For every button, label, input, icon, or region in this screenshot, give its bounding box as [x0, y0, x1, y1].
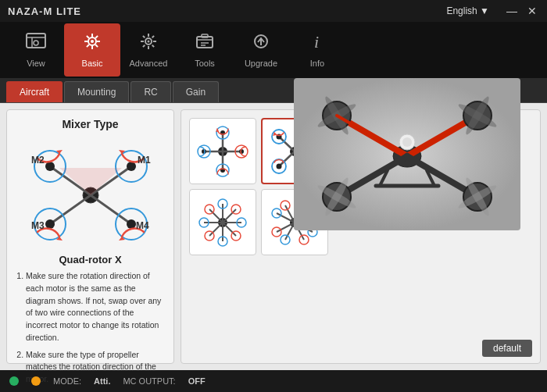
mixer-type-octo-plus[interactable]	[189, 189, 256, 255]
svg-line-125	[223, 223, 236, 236]
svg-point-5	[91, 40, 94, 43]
nav-upgrade[interactable]: Upgrade	[233, 23, 289, 77]
nav-tools[interactable]: Tools	[177, 23, 233, 77]
svg-text:M2: M2	[31, 155, 45, 166]
svg-line-123	[223, 209, 236, 223]
nav-bar: View Basic	[0, 22, 547, 78]
svg-point-43	[45, 219, 55, 229]
tab-mounting[interactable]: Mounting	[64, 81, 129, 102]
status-dot-green	[9, 376, 19, 386]
right-panel: ✓	[181, 109, 541, 364]
tools-icon	[194, 32, 216, 55]
main-content: Mixer Type	[0, 103, 547, 370]
drone-photo	[290, 76, 524, 232]
nav-upgrade-label: Upgrade	[245, 59, 277, 68]
svg-point-3	[34, 41, 38, 45]
upgrade-icon	[250, 32, 272, 55]
instructions: Make sure the rotation direction of each…	[15, 270, 166, 390]
nav-view-label: View	[27, 59, 45, 68]
svg-point-79	[277, 163, 282, 169]
basic-icon	[81, 32, 103, 55]
svg-point-42	[127, 162, 136, 171]
info-icon: i	[306, 32, 328, 55]
left-panel: Mixer Type	[6, 109, 174, 364]
advanced-icon	[138, 32, 159, 55]
close-button[interactable]: ✕	[525, 5, 539, 17]
svg-point-41	[45, 162, 55, 171]
tab-rc[interactable]: RC	[130, 81, 170, 102]
tab-aircraft[interactable]: Aircraft	[6, 81, 63, 102]
svg-text:M3: M3	[31, 220, 45, 231]
mc-output-value: OFF	[188, 376, 206, 386]
svg-line-20	[143, 36, 145, 37]
window-controls: English ▼ — ✕	[446, 5, 539, 17]
quad-label: Quad-rotor X	[15, 254, 166, 265]
instruction-1: Make sure the rotation direction of each…	[26, 270, 166, 344]
default-button[interactable]: default	[482, 340, 532, 357]
mixer-type-quad-plus[interactable]	[189, 118, 256, 184]
svg-point-15	[148, 41, 150, 43]
nav-advanced-label: Advanced	[130, 59, 168, 68]
tab-gain[interactable]: Gain	[173, 81, 219, 102]
svg-line-129	[209, 209, 223, 223]
svg-line-21	[152, 45, 154, 47]
nav-info[interactable]: i Info	[289, 23, 345, 77]
svg-line-12	[95, 36, 98, 38]
mode-label: MODE:	[53, 376, 81, 386]
svg-line-127	[209, 223, 223, 236]
minimize-button[interactable]: —	[505, 5, 519, 17]
view-icon	[25, 32, 47, 55]
language-selector[interactable]: English ▼	[446, 5, 489, 16]
mode-value: Atti.	[94, 376, 110, 386]
svg-line-23	[143, 45, 145, 47]
drone-diagram: M2 M1 M3 M4	[15, 137, 166, 254]
svg-text:M4: M4	[136, 220, 149, 231]
nav-advanced[interactable]: Advanced	[120, 23, 177, 77]
nav-view[interactable]: View	[8, 23, 64, 77]
app-title: NAZA-M LITE	[8, 5, 81, 17]
svg-rect-24	[197, 37, 213, 48]
title-bar: NAZA-M LITE English ▼ — ✕	[0, 0, 547, 22]
svg-point-174	[402, 137, 412, 147]
svg-marker-49	[59, 168, 122, 195]
nav-basic-label: Basic	[82, 59, 103, 68]
mixer-title: Mixer Type	[15, 118, 166, 130]
svg-line-13	[87, 45, 89, 47]
nav-tools-label: Tools	[195, 59, 215, 68]
status-dot-orange	[31, 376, 41, 386]
svg-line-22	[152, 36, 154, 37]
svg-text:i: i	[314, 32, 319, 51]
mc-output-label: MC OUTPUT:	[123, 376, 175, 386]
svg-line-11	[95, 45, 98, 47]
nav-basic[interactable]: Basic	[64, 23, 120, 77]
nav-info-label: Info	[310, 59, 324, 68]
svg-point-44	[127, 219, 136, 229]
svg-line-10	[87, 36, 89, 38]
svg-text:M1: M1	[138, 155, 151, 166]
